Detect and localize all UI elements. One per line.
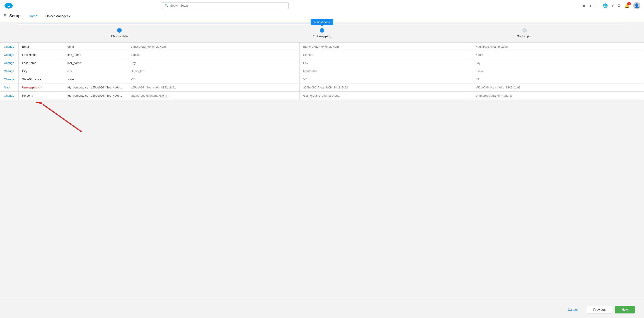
table-row: ChangePersonafdy_persona_set_a55be096_f4…	[0, 92, 644, 100]
data-cell-5-1: a55be096_f4ea_4e6b_8842_2c91	[300, 84, 472, 92]
data-cell-1-0: Larissa	[127, 51, 300, 59]
table-section: ChangeEmailemailLarissaFay@example.comEl…	[0, 43, 644, 100]
data-cell-6-2: Glamorous Grandma Gloria	[472, 92, 644, 100]
help-icon[interactable]: ?	[611, 3, 614, 8]
data-cell-6-1: Glamorous Grandma Gloria	[300, 92, 472, 100]
table-row: MapUnmapped?fdy_persona_set_a55be096_f4e…	[0, 84, 644, 92]
notification-badge: 2	[627, 2, 631, 6]
data-cell-3-1: Montpelier	[300, 67, 472, 75]
action-link-0[interactable]: Change	[4, 45, 14, 48]
data-cell-0-0: LarissaFay@example.com	[127, 43, 300, 51]
chevron-down-icon: ▾	[69, 14, 70, 18]
data-cell-3-0: Burlington	[127, 67, 300, 75]
tab-home[interactable]: Home	[25, 11, 41, 21]
table-row: ChangeEmailemailLarissaFay@example.comEl…	[0, 43, 644, 51]
step-circle-choose-data	[117, 28, 122, 33]
dropdown-icon[interactable]: ▾	[590, 3, 592, 8]
action-cell-3[interactable]: Change	[0, 67, 18, 75]
unmapped-label: Unmapped	[22, 86, 38, 89]
field-cell-1: First Name	[18, 51, 64, 59]
step-edit-mapping: Almost done Edit mapping	[221, 28, 423, 38]
tab-object-manager-label: Object Manager	[45, 14, 68, 18]
action-cell-4[interactable]: Change	[0, 75, 18, 84]
field-cell-2: Last Name	[18, 59, 64, 67]
annotation-area	[0, 100, 644, 136]
data-cell-1-1: Elenora	[300, 51, 472, 59]
setup-title: Setup	[9, 14, 20, 18]
table-row: ChangeState/ProvincestateVTVTVT	[0, 75, 644, 84]
data-cell-6-0: Glamorous Grandma Gloria	[127, 92, 300, 100]
mapping-table: ChangeEmailemailLarissaFay@example.comEl…	[0, 43, 644, 100]
table-row: ChangeFirst Namefirst_nameLarissaElenora…	[0, 51, 644, 59]
step-label-edit-mapping: Edit mapping	[313, 35, 331, 38]
field-cell-3: City	[18, 67, 64, 75]
svg-line-3	[43, 105, 82, 132]
nav-icons: ★ ▾ ＋ 🌐 ? ⚙ 🔔 2 👤	[582, 2, 640, 9]
search-icon: 🔍	[165, 4, 168, 7]
mapping-cell-0: email	[64, 43, 127, 51]
notification-bell[interactable]: 🔔 2	[624, 3, 630, 8]
progress-section: Choose data Almost done Edit mapping Sta…	[0, 21, 644, 43]
action-link-2[interactable]: Change	[4, 61, 14, 65]
step-label-choose-data: Choose data	[111, 35, 128, 38]
field-cell-6: Persona	[18, 92, 64, 100]
data-cell-5-0: a55be096_f4ea_4e6b_8842_2c91	[127, 84, 300, 92]
tooltip-almost-done: Almost done	[311, 19, 333, 25]
data-cell-4-1: VT	[300, 75, 472, 84]
grid-icon[interactable]: ⠿	[4, 14, 6, 19]
mapping-cell-5: fdy_persona_set_a55be096_f4ea_4e6b...	[64, 84, 127, 92]
step-label-start-import: Start import	[517, 35, 532, 38]
action-link-6[interactable]: Change	[4, 94, 14, 97]
svg-text:☁: ☁	[8, 4, 10, 7]
data-cell-4-2: VT	[472, 75, 644, 84]
step-circle-edit-mapping	[320, 28, 324, 33]
data-cell-4-0: VT	[127, 75, 300, 84]
data-cell-0-1: ElenoraFay@example.com	[300, 43, 472, 51]
tab-object-manager[interactable]: Object Manager ▾	[42, 11, 74, 21]
mapping-cell-1: first_name	[64, 51, 127, 59]
data-cell-5-2: a55be096_f4ea_4e6b_8842_2c91	[472, 84, 644, 92]
salesforce-logo: ☁	[4, 1, 14, 11]
table-row: ChangeLast Namelast_nameFayFayFay	[0, 59, 644, 67]
star-icon[interactable]: ★	[582, 3, 586, 8]
action-link-4[interactable]: Change	[4, 78, 14, 81]
field-cell-0: Email	[18, 43, 64, 51]
step-start-import: Start import	[423, 28, 626, 38]
action-cell-1[interactable]: Change	[0, 51, 18, 59]
settings-icon[interactable]: ⚙	[617, 3, 621, 8]
table-row: ChangeCitycityBurlingtonMontpelierStowe	[0, 67, 644, 75]
avatar[interactable]: 👤	[633, 2, 640, 9]
field-cell-4: State/Province	[18, 75, 64, 84]
step-choose-data: Choose data	[18, 28, 221, 38]
action-cell-5[interactable]: Map	[0, 84, 18, 92]
unmapped-help-icon[interactable]: ?	[38, 86, 42, 89]
data-cell-2-2: Fay	[472, 59, 644, 67]
trailhead-icon[interactable]: 🌐	[603, 3, 608, 8]
data-cell-1-2: Kadin	[472, 51, 644, 59]
action-link-3[interactable]: Change	[4, 69, 14, 73]
action-link-1[interactable]: Change	[4, 53, 14, 57]
data-cell-3-2: Stowe	[472, 67, 644, 75]
step-circle-start-import	[522, 28, 527, 33]
data-cell-2-0: Fay	[127, 59, 300, 67]
action-cell-0[interactable]: Change	[0, 43, 18, 51]
top-nav: ☁ 🔍 ★ ▾ ＋ 🌐 ? ⚙ 🔔 2 👤	[0, 0, 644, 11]
data-cell-0-2: KadinFay@example.com	[472, 43, 644, 51]
mapping-cell-6: fdy_persona_set_a55be096_f4ea_4e6b...	[64, 92, 127, 100]
action-cell-6[interactable]: Change	[0, 92, 18, 100]
action-cell-2[interactable]: Change	[0, 59, 18, 67]
red-arrow	[36, 102, 86, 134]
data-cell-2-1: Fay	[300, 59, 472, 67]
tab-home-label: Home	[29, 14, 37, 18]
action-link-5[interactable]: Map	[4, 86, 10, 89]
add-icon[interactable]: ＋	[595, 3, 599, 9]
mapping-cell-4: state	[64, 75, 127, 84]
search-bar[interactable]: 🔍	[162, 2, 289, 9]
mapping-cell-3: city	[64, 67, 127, 75]
field-cell-5: Unmapped?	[18, 84, 64, 92]
mapping-cell-2: last_name	[64, 59, 127, 67]
search-input[interactable]	[170, 4, 286, 7]
